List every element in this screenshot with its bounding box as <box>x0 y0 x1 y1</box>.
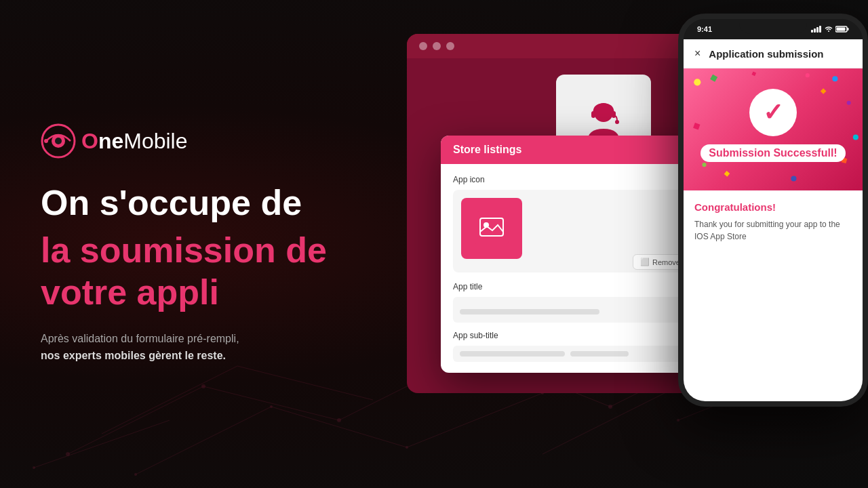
subtitle-bar-2 <box>570 351 629 357</box>
left-panel: OneMobile On s'occupe de la soumission d… <box>41 0 393 488</box>
svg-rect-54 <box>724 171 730 177</box>
wifi-icon <box>825 26 833 33</box>
congrats-text: Thank you for submitting your app to the… <box>694 218 852 243</box>
headline-line2: la soumission de <box>41 229 393 271</box>
phone-screen-content: × Application submission <box>684 39 863 407</box>
status-time: 9:41 <box>697 25 712 33</box>
headline-line3: votre appli <box>41 271 393 313</box>
success-banner: ✓ Submission Successfull! <box>684 68 863 190</box>
app-title-field[interactable] <box>453 297 700 323</box>
onemobile-logo-icon <box>41 123 76 159</box>
svg-rect-38 <box>814 28 816 33</box>
svg-point-52 <box>702 163 706 167</box>
app-subtitle-label: App sub-title <box>453 331 700 340</box>
svg-point-50 <box>853 134 859 140</box>
right-panel: Store listings App icon ⬜ Remove <box>393 0 868 488</box>
svg-rect-45 <box>710 75 717 82</box>
app-title-placeholder <box>460 309 599 314</box>
success-check-circle: ✓ <box>749 89 797 136</box>
app-icon-label: App icon <box>453 175 700 184</box>
store-listings-card: Store listings App icon ⬜ Remove <box>441 136 712 373</box>
store-listings-header: Store listings <box>441 136 712 164</box>
congrats-body: Congratulations! Thank you for submittin… <box>684 190 863 253</box>
svg-rect-31 <box>591 111 595 118</box>
app-icon-row: ⬜ Remove <box>453 190 700 272</box>
svg-rect-39 <box>816 27 818 33</box>
close-button[interactable]: × <box>694 47 701 60</box>
svg-point-44 <box>694 79 701 85</box>
check-icon: ✓ <box>763 98 783 127</box>
app-icon-preview <box>461 198 522 259</box>
app-subtitle-field[interactable] <box>453 346 700 362</box>
svg-point-46 <box>832 76 837 81</box>
signal-icon <box>811 26 822 33</box>
subtitle: Après validation du formulaire pré-rempl… <box>41 330 393 365</box>
svg-rect-47 <box>821 88 827 94</box>
svg-point-55 <box>791 176 796 181</box>
remove-icon: ⬜ <box>640 258 650 266</box>
subtitle-bar-1 <box>460 351 565 357</box>
image-placeholder-icon <box>475 211 509 245</box>
svg-rect-56 <box>751 71 756 76</box>
svg-rect-32 <box>612 111 616 118</box>
svg-point-48 <box>847 101 851 105</box>
svg-point-29 <box>44 139 48 143</box>
logo-text: OneMobile <box>81 129 188 154</box>
battery-icon <box>835 26 849 33</box>
svg-point-23 <box>33 466 35 469</box>
svg-rect-43 <box>837 28 846 31</box>
svg-rect-42 <box>848 28 849 30</box>
svg-rect-37 <box>811 30 813 33</box>
svg-point-28 <box>55 138 62 144</box>
success-label: Submission Successfull! <box>701 144 845 162</box>
headline: On s'occupe de la soumission de votre ap… <box>41 183 393 314</box>
svg-rect-49 <box>693 123 700 129</box>
subtitle-plain: Après validation du formulaire pré-rempl… <box>41 333 239 344</box>
congrats-title: Congratulations! <box>694 201 852 213</box>
svg-point-53 <box>806 73 810 77</box>
modal-title: Application submission <box>709 48 823 60</box>
window-dot-1 <box>419 42 427 50</box>
phone-mockup: 9:41 <box>678 14 868 407</box>
subtitle-bold: nos experts mobiles gèrent le reste. <box>41 350 226 361</box>
app-title-label: App title <box>453 282 700 291</box>
headline-line1: On s'occupe de <box>41 183 393 224</box>
phone-modal-header: × Application submission <box>684 39 863 68</box>
svg-rect-40 <box>819 26 821 33</box>
phone-notch <box>739 19 807 34</box>
status-icons <box>811 26 849 33</box>
store-listings-body: App icon ⬜ Remove A <box>441 164 712 373</box>
logo: OneMobile <box>41 123 393 159</box>
window-dot-2 <box>433 42 441 50</box>
window-dot-3 <box>446 42 454 50</box>
svg-point-33 <box>615 120 619 124</box>
